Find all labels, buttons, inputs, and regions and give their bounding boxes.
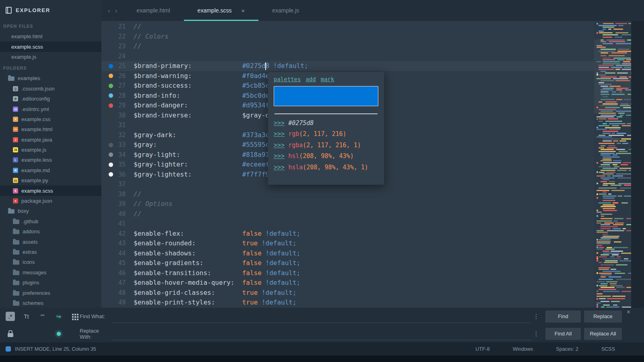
line-number[interactable]: 49 bbox=[114, 298, 126, 308]
folder-item[interactable]: assets bbox=[0, 237, 101, 247]
code-line[interactable]: 43$enable-rounded: true !default; bbox=[101, 239, 594, 249]
line-number[interactable]: 36 bbox=[114, 170, 126, 180]
color-gutter-dot[interactable] bbox=[109, 93, 113, 98]
color-gutter-dot[interactable] bbox=[109, 143, 113, 147]
folder-item[interactable]: messages bbox=[0, 267, 101, 278]
line-number[interactable]: 31 bbox=[114, 120, 126, 130]
line-number[interactable]: 38 bbox=[114, 189, 126, 200]
file-item[interactable]: Mexample.md bbox=[0, 165, 101, 175]
line-number[interactable]: 28 bbox=[114, 91, 126, 101]
folder-item[interactable]: icons bbox=[0, 257, 101, 267]
code-line[interactable]: 49$enable-print-styles: true !default; bbox=[101, 298, 594, 308]
line-number[interactable]: 26 bbox=[114, 71, 126, 81]
color-gutter-dot[interactable] bbox=[109, 152, 113, 157]
file-item[interactable]: {}.csscomb.json bbox=[0, 84, 101, 94]
find-input[interactable] bbox=[112, 312, 531, 323]
syntax-status[interactable]: SCSS bbox=[601, 346, 615, 352]
line-number[interactable]: 45 bbox=[114, 258, 126, 268]
file-item[interactable]: Jexample.java bbox=[0, 135, 101, 145]
line-endings-status[interactable]: Windows bbox=[513, 346, 533, 352]
line-number[interactable]: 22 bbox=[114, 32, 126, 42]
folder-item[interactable]: boxy bbox=[0, 206, 101, 216]
file-item[interactable]: #example.css bbox=[0, 114, 101, 124]
line-number[interactable]: 27 bbox=[114, 81, 126, 91]
line-number[interactable]: 43 bbox=[114, 239, 126, 249]
insert-color-link[interactable]: >>> bbox=[274, 130, 285, 138]
line-number[interactable]: 25 bbox=[114, 61, 126, 71]
line-number[interactable]: 37 bbox=[114, 179, 126, 189]
find-button[interactable]: Find bbox=[545, 311, 581, 323]
insert-color-link[interactable]: >>> bbox=[274, 152, 285, 160]
line-number[interactable]: 29 bbox=[114, 101, 126, 111]
open-file-item[interactable]: example.html bbox=[0, 31, 101, 41]
line-number[interactable]: 41 bbox=[114, 219, 126, 229]
color-gutter-dot[interactable] bbox=[109, 64, 113, 68]
color-gutter-dot[interactable] bbox=[109, 113, 113, 117]
color-gutter-dot[interactable] bbox=[109, 84, 113, 88]
code-line[interactable]: 24 bbox=[101, 51, 594, 62]
replace-input[interactable] bbox=[112, 329, 531, 340]
file-item[interactable]: JSexample.js bbox=[0, 145, 101, 155]
line-number[interactable]: 39 bbox=[114, 199, 126, 209]
minimap[interactable] bbox=[594, 21, 631, 308]
replace-button[interactable]: Replace bbox=[584, 311, 622, 323]
line-number[interactable]: 35 bbox=[114, 160, 126, 170]
color-gutter-dot[interactable] bbox=[109, 103, 113, 108]
nav-back-icon[interactable]: ‹ bbox=[108, 7, 110, 14]
folder-item[interactable]: .github bbox=[0, 216, 101, 226]
folder-item[interactable]: addons bbox=[0, 226, 101, 237]
open-file-item[interactable]: example.scss bbox=[0, 41, 101, 51]
tab-close-icon[interactable]: × bbox=[241, 7, 245, 14]
line-number[interactable]: 47 bbox=[114, 278, 126, 288]
insert-color-link[interactable]: >>> bbox=[274, 164, 285, 171]
folder-item[interactable]: extras bbox=[0, 247, 101, 257]
code-line[interactable]: 47$enable-hover-media-query: false !defa… bbox=[101, 278, 594, 288]
line-number[interactable]: 33 bbox=[114, 140, 126, 150]
file-item[interactable]: ⚙.editorconfig bbox=[0, 94, 101, 104]
tab-example.js[interactable]: example.js bbox=[258, 0, 313, 21]
encoding-status[interactable]: UTF-8 bbox=[475, 346, 489, 352]
code-line[interactable]: 45$enable-gradients: false !default; bbox=[101, 258, 594, 268]
tab-example.html[interactable]: example.html bbox=[123, 0, 184, 21]
code-line[interactable]: 23// bbox=[101, 41, 594, 51]
file-item[interactable]: npackage.json bbox=[0, 196, 101, 206]
code-line[interactable]: 38// bbox=[101, 189, 594, 200]
highlight-matches-icon[interactable] bbox=[54, 329, 63, 338]
open-file-item[interactable]: example.js bbox=[0, 52, 101, 62]
replace-overflow-icon[interactable]: ⋮ bbox=[531, 330, 541, 337]
code-line[interactable]: 44$enable-shadows: false !default; bbox=[101, 249, 594, 259]
in-selection-icon[interactable] bbox=[70, 312, 79, 321]
line-number[interactable]: 30 bbox=[114, 111, 126, 121]
folder-item[interactable]: preferences bbox=[0, 288, 101, 298]
case-sensitive-icon[interactable]: Tt bbox=[22, 312, 31, 321]
scrollbar-gutter[interactable] bbox=[631, 21, 644, 308]
tab-example.scss[interactable]: example.scss× bbox=[184, 0, 259, 21]
color-gutter-dot[interactable] bbox=[109, 133, 113, 137]
code-line[interactable]: 39// Options bbox=[101, 199, 594, 209]
code-line[interactable]: 48$enable-grid-classes: true !default; bbox=[101, 288, 594, 298]
color-gutter-dot[interactable] bbox=[109, 172, 113, 177]
line-number[interactable]: 34 bbox=[114, 150, 126, 160]
code-line[interactable]: 42$enable-flex: false !default; bbox=[101, 229, 594, 239]
whole-word-icon[interactable]: “” bbox=[38, 312, 47, 321]
line-number[interactable]: 48 bbox=[114, 288, 126, 298]
nav-forward-icon[interactable]: › bbox=[115, 7, 118, 14]
line-number[interactable]: 24 bbox=[114, 51, 126, 62]
palettes-link[interactable]: palettes bbox=[274, 76, 301, 82]
file-item[interactable]: pyexample.py bbox=[0, 175, 101, 185]
preserve-case-icon[interactable] bbox=[6, 329, 15, 338]
code-line[interactable]: 41 bbox=[101, 219, 594, 229]
insert-color-link[interactable]: >>> bbox=[274, 142, 285, 149]
code-line[interactable]: 46$enable-transitions: false !default; bbox=[101, 268, 594, 278]
find-all-button[interactable]: Find All bbox=[545, 328, 581, 340]
folder-item[interactable]: examples bbox=[0, 73, 101, 83]
wrap-icon[interactable]: ↪ bbox=[54, 312, 63, 321]
file-item[interactable]: <>example.html bbox=[0, 124, 101, 134]
file-item[interactable]: es.eslintrc.yml bbox=[0, 104, 101, 114]
color-gutter-dot[interactable] bbox=[109, 74, 113, 78]
line-number[interactable]: 21 bbox=[114, 22, 126, 32]
folder-item[interactable]: plugins bbox=[0, 278, 101, 288]
file-item[interactable]: Lexample.less bbox=[0, 155, 101, 165]
code-line[interactable]: 22// Colors bbox=[101, 32, 594, 42]
code-line[interactable]: 40// bbox=[101, 209, 594, 219]
